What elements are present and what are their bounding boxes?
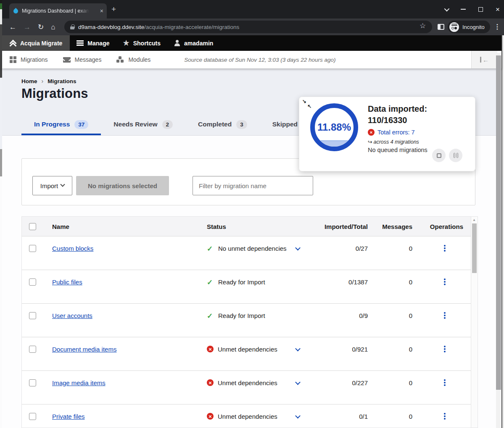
- operations-kebab-icon[interactable]: [444, 247, 446, 249]
- admin-item-label: Manage: [87, 40, 109, 47]
- admin-item-user[interactable]: amadamin: [167, 35, 220, 51]
- status-text: Ready for Import: [218, 312, 265, 319]
- messages-count: 0: [409, 245, 412, 252]
- operations-kebab-icon[interactable]: [444, 281, 446, 283]
- imported-total-value: 0/27: [356, 245, 368, 252]
- incognito-icon: [449, 22, 459, 32]
- grid-icon: [10, 56, 16, 63]
- side-panel-icon[interactable]: [438, 24, 444, 30]
- table-scrollbar[interactable]: ▲: [471, 217, 478, 428]
- breadcrumb-home-link[interactable]: Home: [21, 78, 37, 84]
- status-text: Ready for Import: [218, 278, 265, 286]
- toolbar-item-modules[interactable]: Modules: [109, 56, 158, 63]
- header-messages: Messages: [383, 217, 412, 236]
- breadcrumb-separator-icon: ›: [42, 78, 44, 84]
- pause-button[interactable]: [449, 149, 462, 162]
- tab-label: Completed: [198, 121, 232, 128]
- forward-icon[interactable]: →: [24, 24, 31, 31]
- status-icon: [207, 278, 214, 286]
- status-expand-icon[interactable]: [295, 413, 301, 418]
- address-bar[interactable]: d9ama-ddevblog.ddev.site/acquia-migrate-…: [64, 21, 432, 33]
- row-checkbox[interactable]: [29, 346, 36, 353]
- tab-close-icon[interactable]: ×: [100, 8, 103, 14]
- migration-link[interactable]: Public files: [52, 278, 82, 286]
- home-icon[interactable]: ⌂: [51, 24, 55, 31]
- minimize-button[interactable]: [461, 9, 466, 10]
- tab-count-badge: 37: [74, 120, 88, 129]
- admin-item-shortcuts[interactable]: ★ Shortcuts: [116, 35, 167, 51]
- window-controls: ×: [444, 0, 500, 18]
- operations-kebab-icon[interactable]: [444, 382, 446, 383]
- toolbar-item-label: Messages: [75, 56, 102, 63]
- migration-link[interactable]: Document media items: [52, 346, 116, 353]
- row-checkbox[interactable]: [29, 278, 36, 286]
- import-label: Import: [40, 182, 58, 189]
- collapse-bar-icon: [480, 57, 481, 63]
- table-scrollbar-thumb[interactable]: [472, 223, 477, 273]
- admin-item-label: Shortcuts: [133, 40, 161, 47]
- migration-link[interactable]: Custom blocks: [52, 245, 93, 252]
- status-expand-icon[interactable]: [295, 245, 301, 250]
- tab-needs-review[interactable]: Needs Review 2: [101, 113, 185, 135]
- modules-icon: [116, 56, 124, 63]
- collapse-card-icon[interactable]: ↘ ↖: [302, 98, 314, 110]
- close-window-button[interactable]: ×: [496, 6, 500, 13]
- status-text: No unmet dependencies: [218, 245, 287, 252]
- status-icon: [207, 413, 214, 420]
- no-migrations-selected-button: No migrations selected: [76, 176, 169, 195]
- row-checkbox[interactable]: [29, 413, 36, 420]
- acquia-logo-icon: [10, 40, 16, 46]
- operations-kebab-icon[interactable]: [444, 348, 446, 350]
- table-row: Custom blocks No unmet dependencies 0/27…: [22, 236, 478, 270]
- status-expand-icon[interactable]: [295, 379, 301, 385]
- admin-item-acquia-migrate[interactable]: Acquia Migrate: [2, 35, 70, 51]
- maximize-button[interactable]: [478, 7, 483, 12]
- page-title: Migrations: [21, 86, 88, 101]
- new-tab-button[interactable]: +: [111, 5, 116, 13]
- row-checkbox[interactable]: [29, 245, 36, 252]
- operations-kebab-icon[interactable]: [444, 415, 446, 417]
- toolbar-collapse-button[interactable]: ←: [471, 51, 497, 68]
- toolbar-item-migrations[interactable]: Migrations: [2, 56, 55, 63]
- page-scrollbar-thumb[interactable]: [496, 55, 501, 390]
- table-row: Image media items Unmet dependencies 0/2…: [22, 371, 478, 404]
- hamburger-icon: [77, 40, 84, 46]
- scroll-up-icon[interactable]: ▲: [472, 218, 476, 222]
- operations-kebab-icon[interactable]: [444, 315, 446, 316]
- browser-menu-icon[interactable]: ⋮: [494, 23, 501, 31]
- browser-tab[interactable]: Migrations Dashboard | example ×: [9, 3, 107, 18]
- total-errors-link[interactable]: Total errors: 7: [377, 129, 415, 136]
- reload-icon[interactable]: ↻: [38, 24, 44, 31]
- progress-overlay-card: ↘ ↖ 11.88% Data imported: 110/16330 × To…: [299, 97, 475, 171]
- tab-completed[interactable]: Completed 3: [185, 113, 260, 135]
- toolbar-item-messages[interactable]: Messages: [55, 56, 109, 63]
- star-icon: ★: [123, 39, 129, 47]
- status-icon: [207, 245, 214, 252]
- tab-in-progress[interactable]: In Progress 37: [21, 113, 101, 135]
- status-expand-icon[interactable]: [295, 346, 301, 351]
- tab-search-icon[interactable]: [444, 6, 450, 11]
- row-checkbox[interactable]: [29, 312, 36, 319]
- imported-total-value: 0/227: [352, 379, 368, 386]
- collapse-left-icon: ←: [483, 57, 489, 63]
- progress-percent: 11.88%: [315, 108, 354, 147]
- import-dropdown-button[interactable]: Import: [32, 176, 72, 195]
- breadcrumb: Home › Migrations: [21, 78, 76, 84]
- filter-input[interactable]: [193, 176, 313, 195]
- migration-link[interactable]: User accounts: [52, 312, 92, 319]
- row-checkbox[interactable]: [29, 379, 36, 386]
- tab-count-badge: 3: [236, 120, 247, 129]
- bookmark-star-icon[interactable]: ☆: [420, 22, 426, 29]
- stop-button[interactable]: [432, 149, 446, 162]
- migration-tabs: In Progress 37 Needs Review 2 Completed …: [21, 113, 310, 135]
- select-all-checkbox[interactable]: [29, 223, 36, 230]
- admin-item-manage[interactable]: Manage: [70, 35, 116, 51]
- back-icon[interactable]: ←: [9, 24, 16, 31]
- migration-link[interactable]: Private files: [52, 413, 85, 420]
- tab-label: Skipped: [272, 121, 298, 128]
- lock-icon: [70, 24, 74, 29]
- page-scrollbar[interactable]: [496, 53, 501, 428]
- migration-link[interactable]: Image media items: [52, 379, 106, 386]
- toolbar-item-label: Modules: [128, 56, 150, 63]
- incognito-badge: Incognito: [448, 21, 490, 33]
